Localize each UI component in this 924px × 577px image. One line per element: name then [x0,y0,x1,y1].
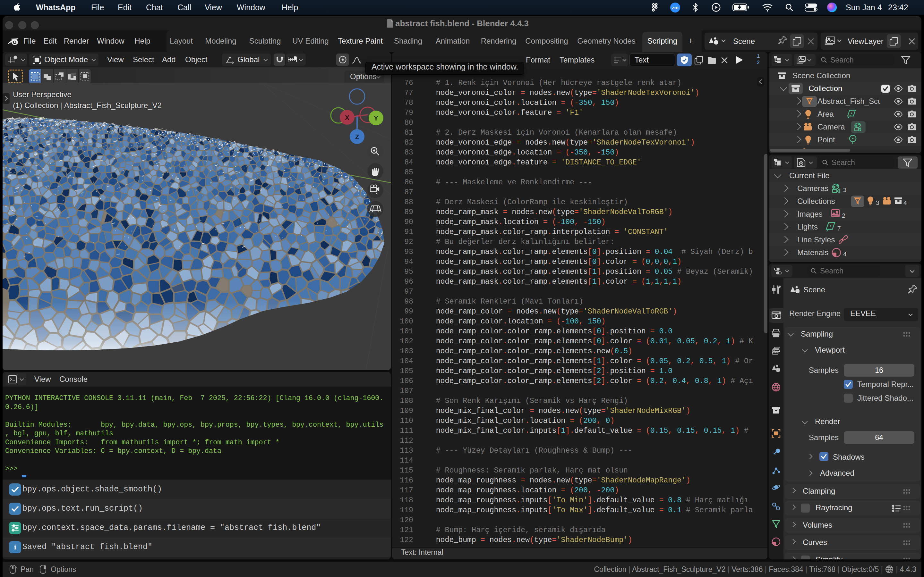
svg-text:Y: Y [374,115,378,122]
svg-text:Z: Z [355,133,359,140]
svg-text:i: i [14,543,16,551]
svg-text:X: X [345,114,349,121]
